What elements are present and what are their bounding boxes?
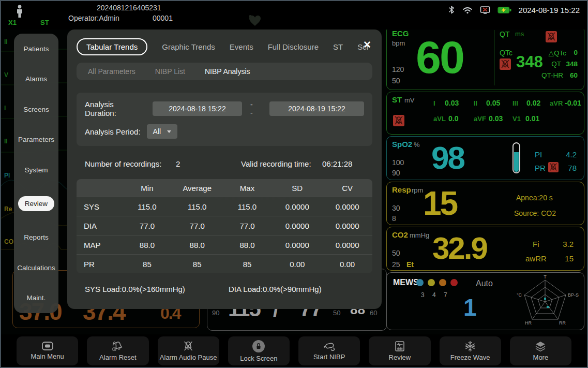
ecg-unit: bpm (392, 39, 405, 47)
table-row-dia: DIA 77.077.0 77.00.0000 0.0000 (77, 216, 372, 235)
valid-time-value: 06:21:28 (322, 159, 352, 168)
wave-label-ii2: II (4, 138, 8, 145)
st-lead-avf: aVF (474, 115, 486, 123)
valid-time-label: Valid recording time: (241, 159, 311, 168)
main-menu-button[interactable]: Main Menu (17, 336, 78, 365)
mews-level-dot-1 (416, 279, 424, 286)
analysis-period-value: All (153, 127, 161, 136)
subtab-nibp-analysis[interactable]: NIBP Analysis (205, 67, 250, 76)
mews-threshold-3: 7 (444, 291, 447, 299)
main-menu-icon (41, 341, 54, 351)
layers-icon (534, 341, 547, 352)
st-value-iii: 0.02 (526, 99, 540, 107)
review-tabs: Tabular Trends Graphic Trends Events Ful… (77, 37, 372, 56)
freeze-wave-button[interactable]: Freeze Wave (440, 336, 501, 365)
mews-panel[interactable]: MEWS 3 4 7 Auto 1 T (386, 272, 584, 330)
alarm-reset-label: Alarm Reset (99, 354, 137, 361)
alarm-audio-pause-button[interactable]: Alarm Audio Pause (158, 336, 219, 365)
spo2-panel[interactable]: SpO2 % 100 90 98 PI 4.2 PR 78 (386, 136, 584, 180)
sidebar-item-reports[interactable]: Reports (24, 233, 48, 241)
co2-limit-high: 50 (392, 249, 400, 257)
subtab-all-parameters[interactable]: All Parameters (88, 67, 135, 76)
mews-label: MEWS (393, 278, 419, 287)
qt-alarm-off-icon (546, 31, 557, 42)
start-nibp-button[interactable]: Start NIBP (298, 336, 360, 365)
review-dialog: Demo Mode Tabular Trends Graphic Trends … (67, 30, 382, 309)
qtc-label: QTc (500, 49, 512, 57)
bluetooth-icon (448, 5, 455, 14)
resp-value: 15 (423, 183, 457, 224)
ecg-label: ECG (392, 29, 409, 38)
ecg-limit-low: 50 (392, 77, 400, 85)
sidebar-item-alarms[interactable]: Alarms (25, 75, 47, 83)
st-value-i: 0.03 (445, 99, 459, 107)
qtc-value: 348 (516, 53, 543, 71)
sidebar-item-parameters[interactable]: Parameters (18, 136, 54, 143)
wave-label-co2: CO (4, 238, 13, 245)
lock-screen-button[interactable]: Lock Screen (228, 336, 290, 365)
sidebar-item-system[interactable]: System (24, 166, 48, 174)
analysis-start-datetime-field[interactable]: 2024-08-18 15:22 (153, 101, 242, 116)
ecg-qt-divider (494, 30, 494, 85)
analysis-duration-label: Analysis Duration: (85, 100, 146, 117)
pi-value: 4.2 (566, 150, 577, 159)
lock-screen-label: Lock Screen (240, 355, 277, 362)
mews-threshold-1: 3 (421, 291, 425, 299)
mews-level-dot-3 (439, 279, 446, 286)
spo2-value: 98 (431, 139, 464, 177)
sidebar-item-screens[interactable]: Screens (23, 106, 49, 113)
wave-label-ii: II (4, 38, 8, 46)
et-label: Et (406, 260, 414, 269)
co2-value: 32.9 (432, 228, 487, 269)
co2-label: CO2 (392, 230, 408, 239)
tab-graphic-trends[interactable]: Graphic Trends (162, 42, 215, 51)
st-value-v1: 0.01 (525, 114, 539, 123)
pr-value: 78 (568, 164, 577, 172)
tab-st[interactable]: ST (333, 42, 343, 51)
awrr-value: 15 (565, 254, 574, 263)
dqtc-label: △QTc (549, 49, 566, 57)
nibp-analysis-table: Min Average Max SD CV SYS 115.0115.0 115… (77, 179, 372, 273)
st-panel[interactable]: ST mV I 0.03 II 0.05 III 0.02 aVR -0.01 … (386, 92, 584, 135)
sidebar-item-review[interactable]: Review (18, 196, 54, 211)
alarm-reset-button[interactable]: Alarm Reset (87, 336, 148, 365)
mews-threshold-2: 4 (432, 291, 436, 299)
analysis-end-datetime-field[interactable]: 2024-08-19 15:22 (269, 101, 364, 116)
chevron-down-icon (167, 130, 171, 133)
tab-tabular-trends[interactable]: Tabular Trends (77, 38, 147, 55)
co2-unit: mmHg (410, 231, 429, 239)
analysis-period-select[interactable]: All (147, 124, 178, 139)
col-min: Min (122, 184, 172, 193)
sidebar-item-patients[interactable]: Patients (24, 45, 49, 53)
subtab-nibp-list[interactable]: NIBP List (155, 67, 185, 76)
date-range-separator: -- (250, 100, 255, 117)
tab-events[interactable]: Events (230, 42, 253, 51)
spo2-label: SpO2 (392, 140, 412, 149)
main-menu-label: Main Menu (31, 352, 64, 360)
co2-panel[interactable]: CO2 mmHg 50 25 Et 32.9 Fi 3.2 awRR 15 (386, 227, 584, 271)
sidebar-item-maint[interactable]: Maint. (27, 294, 46, 302)
pr-label: PR (535, 164, 546, 172)
alarm-audio-pause-icon (182, 341, 194, 352)
tab-full-disclosure[interactable]: Full Disclosure (268, 42, 319, 51)
more-button[interactable]: More (510, 336, 571, 365)
qt-title: QT (500, 30, 509, 38)
st-lead-avr: aVR (550, 99, 563, 107)
top-status-bar: 2024081216405231 Operator:Admin 00001 X1… (1, 1, 587, 30)
qt-value: 348 (566, 60, 578, 68)
alarm-audio-pause-label: Alarm Audio Pause (160, 354, 217, 361)
sidebar-item-calculations[interactable]: Calculations (17, 264, 55, 272)
st-value-avr: -0.01 (565, 99, 581, 107)
ecg-panel[interactable]: ECG bpm 120 50 60 QT ms QTc 348 △QTc 0 Q… (386, 25, 584, 90)
resp-panel[interactable]: Resp rpm 30 8 15 Apnea:20 s Source: CO2 (386, 182, 584, 225)
quick-action-toolbar: Main Menu Alarm Reset Alarm Audio Pause (1, 334, 587, 367)
patient-id[interactable]: 2024081216405231 (97, 4, 161, 12)
operator-label: Operator:Admin (68, 14, 119, 22)
ecg-limit-high: 120 (392, 65, 404, 73)
patient-icon[interactable] (16, 5, 24, 18)
close-icon[interactable]: ✕ (363, 39, 371, 51)
wave-label-pleth: Pl (4, 172, 10, 179)
freeze-wave-label: Freeze Wave (450, 354, 490, 361)
review-button[interactable]: Review (369, 336, 430, 365)
mews-mode: Auto (476, 279, 493, 288)
